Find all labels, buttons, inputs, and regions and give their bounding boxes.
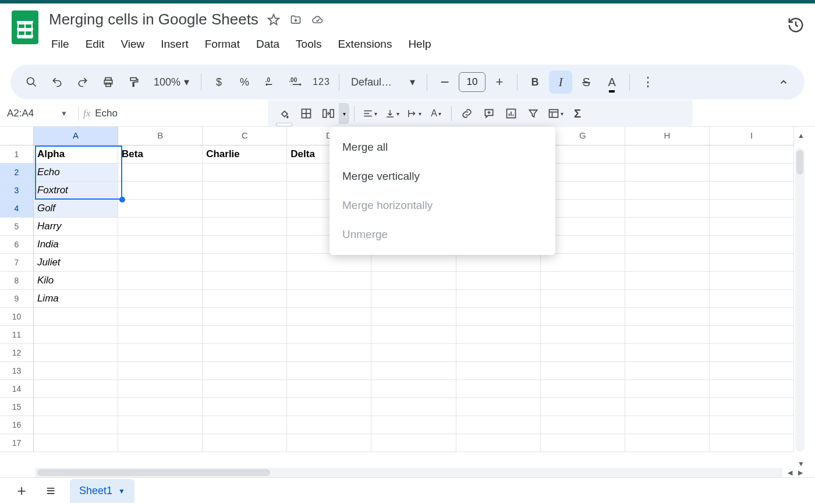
cell[interactable] [118, 344, 203, 362]
cell[interactable] [541, 254, 625, 272]
menu-format[interactable]: Format [203, 34, 242, 54]
cell[interactable] [625, 236, 710, 254]
cell[interactable] [541, 290, 625, 308]
row-header[interactable]: 2 [0, 164, 34, 182]
cell[interactable] [287, 344, 371, 362]
strikethrough-icon[interactable]: S [575, 70, 598, 94]
font-size-increase-icon[interactable]: + [488, 70, 511, 94]
select-all-corner[interactable] [0, 127, 34, 145]
cell[interactable] [710, 182, 794, 200]
menu-view[interactable]: View [118, 34, 147, 54]
cell[interactable] [710, 326, 794, 344]
cell[interactable] [371, 344, 456, 362]
menu-merge-vertically[interactable]: Merge vertically [329, 162, 555, 191]
horizontal-align-icon[interactable] [359, 103, 380, 124]
cell[interactable] [625, 416, 710, 434]
cell[interactable] [710, 145, 794, 164]
row-header[interactable]: 11 [0, 326, 34, 344]
cell[interactable] [118, 182, 203, 200]
cell[interactable] [34, 326, 118, 344]
scrollbar-thumb[interactable] [37, 469, 270, 476]
menu-insert[interactable]: Insert [158, 34, 191, 54]
cell[interactable] [203, 182, 287, 200]
cell[interactable] [456, 416, 541, 434]
row-header[interactable]: 1 [0, 145, 34, 164]
cell[interactable] [118, 290, 203, 308]
menu-tools[interactable]: Tools [293, 34, 324, 54]
cell[interactable]: Lima [34, 290, 118, 308]
cell[interactable] [371, 290, 456, 308]
cell[interactable] [371, 398, 456, 416]
col-header-B[interactable]: B [118, 127, 203, 145]
cell[interactable] [371, 434, 456, 452]
borders-icon[interactable] [296, 103, 317, 124]
col-header-C[interactable]: C [203, 127, 287, 145]
undo-icon[interactable] [45, 70, 69, 94]
cell[interactable] [371, 326, 456, 344]
version-history-icon[interactable] [787, 16, 805, 34]
cell[interactable] [34, 434, 118, 452]
cell[interactable] [287, 398, 371, 416]
cell[interactable] [118, 434, 203, 452]
cell[interactable]: Charlie [203, 145, 287, 164]
cell[interactable] [710, 254, 794, 272]
cell[interactable]: Foxtrot [34, 182, 118, 200]
cell[interactable] [371, 254, 456, 272]
cell[interactable] [118, 308, 203, 326]
cell[interactable] [710, 362, 794, 380]
row-header[interactable]: 8 [0, 272, 34, 290]
star-icon[interactable] [267, 13, 281, 27]
format-currency-icon[interactable]: $ [207, 70, 231, 94]
cell[interactable]: Beta [118, 145, 203, 164]
menu-help[interactable]: Help [406, 34, 433, 54]
document-title[interactable]: Merging cells in Google Sheets [49, 10, 258, 29]
cell[interactable] [710, 200, 794, 218]
row-header[interactable]: 17 [0, 434, 34, 452]
row-header[interactable]: 13 [0, 362, 34, 380]
cell[interactable] [456, 380, 541, 398]
cell[interactable] [625, 272, 710, 290]
cell[interactable] [203, 398, 287, 416]
text-rotation-icon[interactable]: A [426, 103, 447, 124]
cloud-status-icon[interactable] [311, 13, 325, 27]
cell[interactable]: Golf [34, 200, 118, 218]
cell[interactable] [203, 254, 287, 272]
cell[interactable] [541, 326, 625, 344]
cell[interactable] [710, 416, 794, 434]
cell[interactable] [287, 326, 371, 344]
cell[interactable] [710, 398, 794, 416]
cell[interactable] [203, 290, 287, 308]
cell[interactable] [541, 362, 625, 380]
font-family-select[interactable]: Defaul… ▾ [345, 70, 421, 94]
col-header-I[interactable]: I [710, 127, 794, 145]
cell[interactable] [118, 326, 203, 344]
selection-handle[interactable] [119, 197, 125, 203]
cell[interactable] [203, 344, 287, 362]
cell[interactable] [203, 272, 287, 290]
cell[interactable] [541, 416, 625, 434]
menu-edit[interactable]: Edit [83, 34, 107, 54]
row-header[interactable]: 7 [0, 254, 34, 272]
cell[interactable] [625, 164, 710, 182]
col-header-H[interactable]: H [625, 127, 710, 145]
scroll-down-icon[interactable]: ▼ [798, 460, 805, 468]
cell[interactable] [541, 380, 625, 398]
cell[interactable] [710, 236, 794, 254]
cell[interactable] [456, 398, 541, 416]
format-percent-icon[interactable]: % [233, 70, 256, 94]
row-header[interactable]: 3 [0, 182, 34, 200]
horizontal-scrollbar[interactable] [35, 468, 782, 477]
cell[interactable] [203, 218, 287, 236]
italic-icon[interactable]: I [549, 70, 572, 94]
cell[interactable]: Harry [34, 218, 118, 236]
cell[interactable] [625, 308, 710, 326]
cell[interactable] [203, 164, 287, 182]
cell[interactable] [625, 218, 710, 236]
cell[interactable] [287, 416, 371, 434]
cell[interactable] [118, 236, 203, 254]
cell[interactable] [34, 380, 118, 398]
cell[interactable] [710, 434, 794, 452]
cell[interactable] [710, 164, 794, 182]
cell[interactable] [203, 236, 287, 254]
cell[interactable] [203, 362, 287, 380]
